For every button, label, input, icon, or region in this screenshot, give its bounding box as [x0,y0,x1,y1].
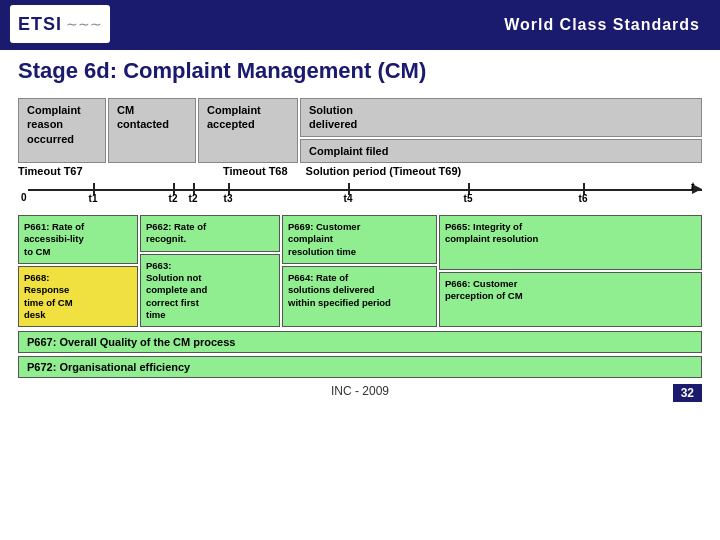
tick-t2a-label: t2 [169,193,178,204]
logo-curve: ∼∼∼ [66,16,102,32]
data-grid: P661: Rate of accessibi-lity to CM P668:… [18,215,702,327]
phase-solution-area: Solution delivered Complaint filed [300,98,702,163]
tick-t3-label: t3 [224,193,233,204]
data-col2: P662: Rate of recognit. P663: Solution n… [140,215,280,327]
cell-p664: P664: Rate of solutions delivered within… [282,266,437,327]
timeout-t67: Timeout T67 [18,165,193,177]
cell-p661: P661: Rate of accessibi-lity to CM [18,215,138,264]
footer-label: INC - 2009 [331,384,389,398]
main-content: Stage 6d: Complaint Management (CM) Comp… [0,50,720,406]
bottom-bar-p667: P667: Overall Quality of the CM process [18,331,702,353]
cell-p668: P668: Response time of CM desk [18,266,138,327]
complaint-filed-row: Complaint filed [300,139,702,163]
page-title: Stage 6d: Complaint Management (CM) [18,58,702,84]
bottom-bar-p672: P672: Organisational efficiency [18,356,702,378]
cell-p662: P662: Rate of recognit. [140,215,280,252]
tick-t1-label: t1 [89,193,98,204]
header-title: World Class Standards [504,16,700,34]
data-col1: P661: Rate of accessibi-lity to CM P668:… [18,215,138,327]
data-col4: P665: Integrity of complaint resolution … [439,215,702,327]
phase-complaint-accepted: Complaint accepted [198,98,298,163]
timeline: 0 t t1 t2 t2 t3 t4 t5 t6 [18,179,702,205]
cell-p663: P663: Solution not complete and correct … [140,254,280,328]
timeout-t68: Timeout T68 [223,165,288,177]
phase-complaint-reason: Complaint reason occurred [18,98,106,163]
footer: INC - 2009 32 [18,384,702,398]
phase-solution-delivered: Solution delivered [300,98,702,137]
cell-p665: P665: Integrity of complaint resolution [439,215,702,270]
phases-row: Complaint reason occurred CM contacted C… [18,98,702,163]
logo-text: ETSI [18,14,62,35]
timeline-line [28,189,702,191]
cell-p666: P666: Customer perception of CM [439,272,702,327]
phase-cm-contacted: CM contacted [108,98,196,163]
cell-p669: P669: Customer complaint resolution time [282,215,437,264]
logo-area: ETSI ∼∼∼ [10,5,110,43]
solution-period: Solution period (Timeout T69) [306,165,462,177]
tick-t4-label: t4 [344,193,353,204]
complaint-filed-box: Complaint filed [300,139,702,163]
timeout-row: Timeout T67 Timeout T68 Solution period … [18,165,702,177]
page-number: 32 [673,384,702,402]
tick-t2b-label: t2 [189,193,198,204]
header: ETSI ∼∼∼ World Class Standards [0,0,720,50]
tick-t5-label: t5 [464,193,473,204]
timeline-t-label: t [691,181,694,192]
data-col3: P669: Customer complaint resolution time… [282,215,437,327]
timeline-zero: 0 [21,192,27,203]
tick-t6-label: t6 [579,193,588,204]
